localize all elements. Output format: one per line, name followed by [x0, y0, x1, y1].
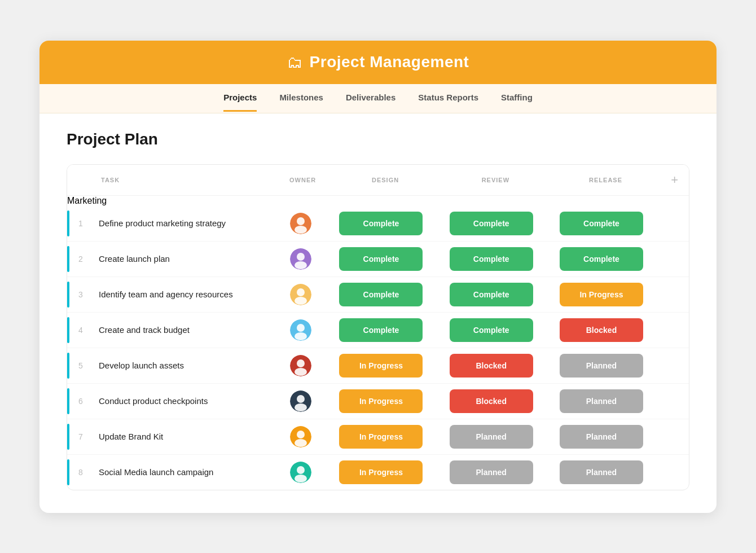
review-badge-6[interactable]: Blocked [450, 389, 533, 413]
review-badge-2[interactable]: Complete [450, 247, 533, 271]
svg-point-16 [297, 395, 305, 403]
svg-point-2 [295, 226, 307, 234]
release-cell-8: Planned [551, 454, 661, 490]
release-cell-6: Planned [551, 383, 661, 419]
svg-point-8 [295, 297, 307, 305]
review-badge-8[interactable]: Planned [450, 460, 533, 484]
release-cell-4: Blocked [551, 312, 661, 348]
task-cell-6: 6 Conduct product checkpoints [67, 383, 275, 419]
app-header: 🗂 Project Management [39, 41, 717, 84]
design-badge-3[interactable]: Complete [339, 283, 423, 306]
owner-cell-3 [275, 276, 331, 312]
release-badge-8[interactable]: Planned [560, 460, 643, 484]
release-badge-2[interactable]: Complete [560, 247, 643, 271]
task-num-1: 1 [69, 206, 92, 241]
main-content: Project Plan TASK OWNER DESIGN REVIEW RE… [39, 113, 717, 513]
task-cell-4: 4 Create and track budget [67, 312, 275, 348]
owner-cell-5 [275, 348, 331, 383]
design-badge-7[interactable]: In Progress [339, 425, 423, 449]
col-header-task: TASK [67, 165, 275, 196]
svg-point-4 [297, 253, 305, 261]
svg-point-1 [297, 217, 305, 225]
design-cell-7: In Progress [330, 419, 440, 454]
review-cell-2: Complete [441, 241, 551, 276]
app-header-icon: 🗂 [287, 53, 303, 72]
release-badge-3[interactable]: In Progress [560, 283, 643, 306]
design-cell-1: Complete [330, 206, 440, 242]
table-header-row: TASK OWNER DESIGN REVIEW RELEASE + [67, 165, 689, 196]
design-badge-8[interactable]: In Progress [339, 460, 423, 484]
nav-item-milestones[interactable]: Milestones [279, 85, 323, 112]
svg-point-14 [295, 368, 307, 376]
col-header-review: REVIEW [441, 165, 551, 196]
task-name-8: Social Media launch campaign [92, 455, 275, 490]
add-column-button[interactable]: + [671, 173, 679, 187]
task-name-2: Create launch plan [92, 242, 275, 276]
owner-cell-7 [275, 419, 331, 454]
release-badge-5[interactable]: Planned [560, 354, 643, 378]
release-cell-5: Planned [551, 348, 661, 383]
project-table: TASK OWNER DESIGN REVIEW RELEASE + Marke… [67, 165, 689, 490]
release-badge-4[interactable]: Blocked [560, 318, 643, 342]
owner-cell-6 [275, 383, 331, 419]
release-badge-7[interactable]: Planned [560, 425, 643, 449]
svg-point-11 [295, 332, 307, 340]
design-badge-4[interactable]: Complete [339, 318, 423, 342]
design-badge-5[interactable]: In Progress [339, 354, 423, 378]
review-cell-7: Planned [441, 419, 551, 454]
svg-point-20 [295, 439, 307, 447]
design-cell-3: Complete [330, 276, 440, 312]
design-badge-6[interactable]: In Progress [339, 389, 423, 413]
review-cell-3: Complete [441, 276, 551, 312]
release-cell-1: Complete [551, 206, 661, 242]
design-badge-2[interactable]: Complete [339, 247, 423, 271]
nav-item-deliverables[interactable]: Deliverables [346, 85, 395, 112]
avatar-6 [290, 390, 311, 412]
task-num-4: 4 [69, 313, 92, 348]
add-col-6 [661, 383, 689, 419]
design-cell-4: Complete [330, 312, 440, 348]
avatar-8 [290, 462, 311, 483]
svg-point-23 [295, 475, 307, 482]
design-badge-1[interactable]: Complete [339, 212, 423, 235]
review-badge-3[interactable]: Complete [450, 283, 533, 306]
review-badge-7[interactable]: Planned [450, 425, 533, 449]
table-row: 8 Social Media launch campaign In Progre… [67, 454, 689, 490]
task-num-5: 5 [69, 348, 92, 383]
app-container: 🗂 Project Management Projects Milestones… [39, 41, 717, 513]
table-row: 3 Identify team and agency resources Com… [67, 276, 689, 312]
review-badge-4[interactable]: Complete [450, 318, 533, 342]
nav-item-status-reports[interactable]: Status Reports [418, 85, 478, 112]
svg-point-17 [295, 403, 307, 411]
task-name-7: Update Brand Kit [92, 419, 275, 454]
table-row: 6 Conduct product checkpoints In Progres… [67, 383, 689, 419]
add-col-1 [661, 206, 689, 242]
owner-cell-1 [275, 206, 331, 242]
release-cell-7: Planned [551, 419, 661, 454]
nav-item-projects[interactable]: Projects [223, 85, 257, 112]
task-num-7: 7 [69, 419, 92, 454]
task-cell-1: 1 Define product marketing strategy [67, 206, 275, 242]
avatar-4 [290, 319, 311, 341]
task-num-3: 3 [69, 277, 92, 312]
release-badge-1[interactable]: Complete [560, 212, 643, 235]
release-cell-2: Complete [551, 241, 661, 276]
task-num-6: 6 [69, 384, 92, 419]
col-header-add: + [661, 165, 689, 196]
review-badge-1[interactable]: Complete [450, 212, 533, 235]
svg-point-19 [297, 431, 305, 438]
task-cell-8: 8 Social Media launch campaign [67, 454, 275, 490]
owner-cell-4 [275, 312, 331, 348]
review-badge-5[interactable]: Blocked [450, 354, 533, 378]
review-cell-8: Planned [441, 454, 551, 490]
release-badge-6[interactable]: Planned [560, 389, 643, 413]
col-header-design: DESIGN [330, 165, 440, 196]
design-cell-5: In Progress [330, 348, 440, 383]
svg-point-7 [297, 288, 305, 296]
nav-item-staffing[interactable]: Staffing [501, 85, 533, 112]
task-name-1: Define product marketing strategy [92, 206, 275, 241]
task-cell-3: 3 Identify team and agency resources [67, 276, 275, 312]
avatar-7 [290, 426, 311, 447]
task-cell-2: 2 Create launch plan [67, 241, 275, 276]
svg-point-5 [295, 261, 307, 269]
